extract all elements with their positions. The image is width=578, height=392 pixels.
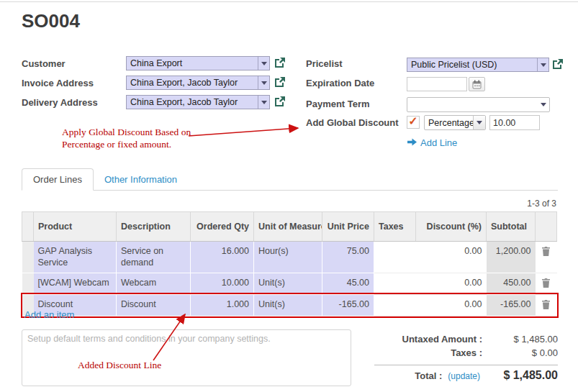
cell-qty[interactable]: 1.000 xyxy=(191,294,254,316)
add-an-item-link[interactable]: Add an item xyxy=(24,309,74,320)
chevron-down-icon xyxy=(258,76,269,89)
trash-icon xyxy=(542,300,550,309)
cell-product[interactable]: GAP Analysis Service xyxy=(34,242,117,273)
chevron-down-icon xyxy=(537,58,548,71)
col-unit-of-measure: Unit of Measure xyxy=(254,212,322,242)
terms-conditions-textarea[interactable] xyxy=(22,329,351,386)
pager: 1-3 of 3 xyxy=(527,199,556,209)
arrow-right-icon xyxy=(407,137,417,148)
col-ordered-qty: Ordered Qty xyxy=(191,212,254,242)
pricelist-open-record-icon[interactable] xyxy=(552,59,564,70)
taxes-label: Taxes : xyxy=(451,347,482,358)
top-divider xyxy=(0,1,578,2)
invoice-address-label: Invoice Address xyxy=(22,78,94,88)
page-title: SO004 xyxy=(22,10,80,32)
delete-column-header xyxy=(536,212,557,242)
chevron-down-icon xyxy=(538,98,549,111)
delete-row-button[interactable] xyxy=(536,273,557,294)
tab-other-information[interactable]: Other Information xyxy=(94,169,188,190)
add-global-discount-label: Add Global Discount xyxy=(306,117,399,128)
payment-term-label: Payment Term xyxy=(306,99,370,109)
invoice-address-open-record-icon[interactable] xyxy=(274,77,286,88)
pricelist-value: Public Pricelist (USD) xyxy=(407,58,537,71)
check-icon: ✓ xyxy=(408,116,417,127)
totals-panel: Untaxed Amount : $ 1,485.00 Taxes : $ 0.… xyxy=(374,332,558,382)
discount-type-value: Percentage xyxy=(425,116,473,129)
customer-label: Customer xyxy=(22,58,66,69)
cell-discount[interactable]: 0.00 xyxy=(416,242,487,273)
chevron-down-icon xyxy=(473,116,485,129)
cell-taxes[interactable] xyxy=(374,242,416,273)
row-handle[interactable] xyxy=(22,273,34,294)
row-handle[interactable] xyxy=(22,242,34,273)
customer-field[interactable]: China Export xyxy=(126,56,270,70)
col-taxes: Taxes xyxy=(374,212,416,242)
untaxed-amount-label: Untaxed Amount : xyxy=(402,334,482,345)
trash-icon xyxy=(542,278,550,288)
total-label: Total : xyxy=(415,370,442,381)
cell-qty[interactable]: 10.000 xyxy=(191,273,254,294)
taxes-value: $ 0.00 xyxy=(482,347,558,358)
delivery-address-open-record-icon[interactable] xyxy=(274,96,286,108)
delete-row-button[interactable] xyxy=(536,294,557,316)
cell-discount[interactable]: 0.00 xyxy=(416,273,487,294)
customer-value: China Export xyxy=(127,57,258,70)
invoice-address-field[interactable]: China Export, Jacob Taylor xyxy=(126,76,270,90)
discount-amount-input[interactable] xyxy=(489,115,540,130)
update-link[interactable]: (update) xyxy=(448,371,480,381)
expiration-date-input[interactable] xyxy=(407,77,467,91)
delete-row-button[interactable] xyxy=(536,242,557,273)
add-line-label: Add Line xyxy=(420,137,457,148)
sale-order-form: SO004 Customer Invoice Address Delivery … xyxy=(0,0,578,392)
pricelist-label: Pricelist xyxy=(306,58,343,69)
cell-discount[interactable]: 0.00 xyxy=(416,294,487,316)
cell-taxes[interactable] xyxy=(374,294,416,316)
invoice-address-value: China Export, Jacob Taylor xyxy=(127,76,258,89)
discount-type-select[interactable]: Percentage xyxy=(424,115,486,130)
cell-subtotal: 450.00 xyxy=(487,273,536,294)
chevron-down-icon xyxy=(258,57,269,70)
cell-description[interactable]: Service on demand xyxy=(117,242,191,273)
payment-term-select[interactable] xyxy=(407,97,550,112)
trash-icon xyxy=(542,247,550,256)
cell-unit-price[interactable]: -165.00 xyxy=(322,294,374,316)
pricelist-field[interactable]: Public Pricelist (USD) xyxy=(407,58,549,72)
global-discount-checkbox[interactable]: ✓ xyxy=(407,116,420,129)
delivery-address-value: China Export, Jacob Taylor xyxy=(127,96,258,109)
cell-taxes[interactable] xyxy=(374,273,416,294)
cell-description[interactable]: Webcam xyxy=(117,273,191,294)
col-product: Product xyxy=(34,212,117,242)
order-lines-table: Product Description Ordered Qty Unit of … xyxy=(22,211,557,316)
totals-divider xyxy=(374,365,558,365)
calendar-icon[interactable] xyxy=(469,77,485,91)
cell-qty[interactable]: 16.000 xyxy=(191,242,254,273)
cell-description[interactable]: Discount xyxy=(117,294,191,316)
customer-open-record-icon[interactable] xyxy=(274,58,286,69)
cell-unit-price[interactable]: 75.00 xyxy=(322,242,374,273)
cell-subtotal: -165.00 xyxy=(487,294,536,316)
chevron-down-icon xyxy=(258,96,269,109)
cell-product[interactable]: [WCAM] Webcam xyxy=(34,273,117,294)
delivery-address-label: Delivery Address xyxy=(22,97,98,108)
handle-column-header xyxy=(22,212,34,242)
table-header-row: Product Description Ordered Qty Unit of … xyxy=(22,212,557,242)
cell-uom[interactable]: Unit(s) xyxy=(254,294,322,316)
annotation-global-discount-note: Apply Global Discount Based on Percentag… xyxy=(62,127,209,151)
cell-subtotal: 1,200.00 xyxy=(487,242,536,273)
tab-order-lines[interactable]: Order Lines xyxy=(22,168,94,191)
notebook-tabs: Order Lines Other Information xyxy=(22,168,558,191)
order-line-row-1[interactable]: GAP Analysis Service Service on demand 1… xyxy=(22,242,557,273)
untaxed-amount-value: $ 1,485.00 xyxy=(482,334,558,345)
col-subtotal: Subtotal xyxy=(487,212,536,242)
col-discount: Discount (%) xyxy=(416,212,487,242)
cell-uom[interactable]: Unit(s) xyxy=(254,273,322,294)
col-unit-price: Unit Price xyxy=(322,212,374,242)
order-line-row-2[interactable]: [WCAM] Webcam Webcam 10.000 Unit(s) 45.0… xyxy=(22,273,557,294)
delivery-address-field[interactable]: China Export, Jacob Taylor xyxy=(126,95,270,109)
add-line-button[interactable]: Add Line xyxy=(407,137,457,148)
order-line-row-discount[interactable]: Discount Discount 1.000 Unit(s) -165.00 … xyxy=(22,294,557,316)
cell-uom[interactable]: Hour(s) xyxy=(254,242,322,273)
cell-unit-price[interactable]: 45.00 xyxy=(322,273,374,294)
expiration-date-label: Expiration Date xyxy=(306,78,374,88)
col-description: Description xyxy=(117,212,191,242)
